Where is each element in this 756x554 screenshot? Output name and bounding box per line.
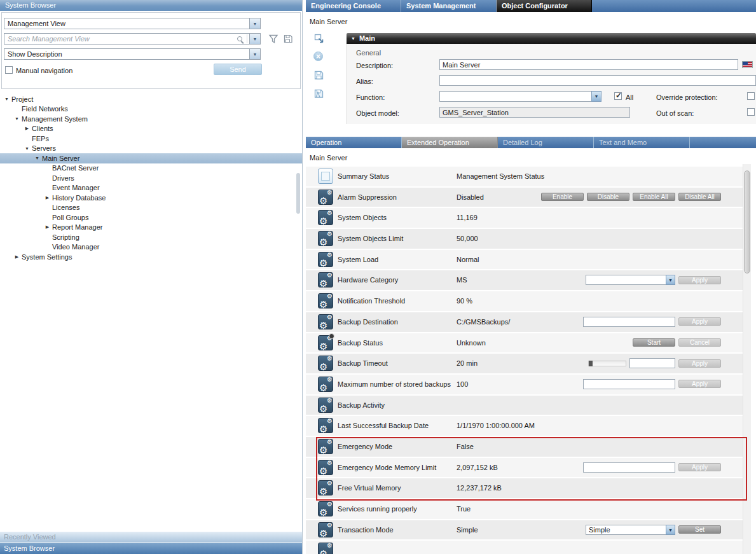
override-protection-checkbox[interactable]: [747, 92, 755, 100]
value-input[interactable]: [583, 379, 675, 389]
start-button[interactable]: Start: [633, 338, 675, 347]
cancel-button[interactable]: Cancel: [678, 338, 721, 347]
tab-text-and-memo[interactable]: Text and Memo: [594, 137, 690, 148]
tree-item-management-system[interactable]: ▼Management System: [0, 114, 302, 124]
chevron-collapsed-icon[interactable]: ▶: [43, 195, 52, 200]
chevron-down-icon[interactable]: ▼: [250, 33, 261, 45]
value-input[interactable]: [583, 317, 675, 327]
gears-icon[interactable]: ⚙⚙: [318, 543, 333, 554]
slider-thumb[interactable]: [589, 361, 593, 366]
apply-button[interactable]: Apply: [678, 463, 721, 471]
value-input[interactable]: [629, 358, 675, 368]
tree-item-system-settings[interactable]: ▶System Settings: [0, 252, 302, 262]
tab-object-configurator[interactable]: Object Configurator: [497, 0, 592, 12]
chevron-down-icon[interactable]: ▼: [250, 48, 261, 60]
scrollbar-thumb[interactable]: [744, 170, 750, 274]
chevron-collapsed-icon[interactable]: ▶: [13, 254, 21, 260]
save-search-button[interactable]: [283, 34, 293, 44]
gears-icon[interactable]: ⚙⚙: [318, 314, 333, 329]
tree-item-scripting[interactable]: Scripting: [0, 232, 302, 242]
description-field[interactable]: [439, 59, 738, 70]
tab-system-management[interactable]: System Management: [401, 0, 497, 12]
save-button[interactable]: [313, 70, 325, 81]
gears-icon[interactable]: ⚙⚙: [318, 210, 333, 225]
gears-icon[interactable]: ⚙⚙: [318, 460, 333, 475]
tree-item-history-database[interactable]: ▶History Database: [0, 193, 302, 203]
tree-item-licenses[interactable]: Licenses: [0, 203, 302, 213]
slider[interactable]: [588, 361, 626, 366]
tree-item-feps[interactable]: FEPs: [0, 134, 302, 144]
tree-item-project[interactable]: ▼Project: [0, 94, 302, 104]
chevron-down-icon[interactable]: ▼: [250, 18, 261, 29]
disable-button[interactable]: Disable: [587, 193, 629, 201]
tree-item-field-networks[interactable]: Field Networks: [0, 104, 302, 114]
gears-icon[interactable]: ⚙⚙: [318, 439, 333, 454]
chevron-expanded-icon[interactable]: ▼: [3, 97, 11, 101]
summary-status-icon[interactable]: [318, 169, 333, 184]
apply-button[interactable]: Apply: [678, 276, 721, 284]
chevron-down-icon[interactable]: ▼: [591, 91, 601, 102]
chevron-collapsed-icon[interactable]: ▶: [43, 225, 52, 230]
gears-icon[interactable]: ⚙⚙: [318, 398, 333, 413]
out-of-scan-checkbox[interactable]: [747, 108, 755, 116]
filter-button[interactable]: [268, 34, 278, 44]
view-select[interactable]: [4, 18, 250, 29]
disable-all-button[interactable]: Disable All: [678, 193, 721, 201]
all-checkbox[interactable]: [614, 92, 622, 100]
function-field[interactable]: [439, 91, 592, 102]
tree-scrollbar-thumb[interactable]: [296, 173, 300, 214]
tree-item-report-manager[interactable]: ▶Report Manager: [0, 223, 302, 233]
tree-item-servers[interactable]: ▼Servers: [0, 144, 302, 154]
recently-viewed-bar[interactable]: Recently Viewed: [0, 532, 302, 543]
apply-button[interactable]: Apply: [678, 317, 721, 326]
gears-icon[interactable]: ⚙⚙: [318, 272, 333, 287]
tree-item-bacnet-server[interactable]: BACnet Server: [0, 163, 302, 174]
gears-icon[interactable]: ⚙⚙: [318, 501, 333, 516]
apply-button[interactable]: Apply: [678, 359, 721, 368]
gears-icon[interactable]: ⚙⚙: [318, 418, 333, 433]
main-section-header[interactable]: ▼Main: [347, 33, 756, 44]
gears-icon[interactable]: ⚙⚙: [318, 335, 333, 350]
tab-operation[interactable]: Operation: [306, 137, 402, 148]
description-select[interactable]: [4, 48, 250, 60]
tree-item-clients[interactable]: ▶Clients: [0, 124, 302, 134]
enable-button[interactable]: Enable: [541, 193, 584, 201]
gears-icon[interactable]: ⚙⚙: [318, 377, 333, 392]
value-input[interactable]: [583, 462, 675, 473]
tree-item-drivers[interactable]: Drivers: [0, 173, 302, 183]
chevron-down-icon[interactable]: ▼: [666, 275, 675, 285]
chevron-collapsed-icon[interactable]: ▶: [23, 126, 31, 131]
object-model-field[interactable]: [439, 107, 630, 118]
tree-item-event-manager[interactable]: Event Manager: [0, 183, 302, 193]
manual-navigation-checkbox[interactable]: [5, 66, 13, 74]
search-input[interactable]: [4, 33, 250, 45]
assign-button[interactable]: [313, 33, 325, 45]
tab-extended-operation[interactable]: Extended Operation: [402, 137, 498, 148]
scrollbar[interactable]: [743, 164, 751, 554]
chevron-expanded-icon[interactable]: ▼: [23, 146, 31, 151]
gears-icon[interactable]: ⚙⚙: [318, 522, 333, 537]
send-button[interactable]: Send: [214, 64, 262, 75]
chevron-down-icon[interactable]: ▼: [666, 525, 675, 535]
chevron-expanded-icon[interactable]: ▼: [33, 156, 41, 160]
discard-button[interactable]: ×: [313, 52, 325, 63]
dropdown-value[interactable]: Simple: [586, 525, 666, 535]
chevron-expanded-icon[interactable]: ▼: [13, 116, 21, 121]
tree-item-video-manager[interactable]: Video Manager: [0, 242, 302, 253]
gears-icon[interactable]: ⚙⚙: [318, 356, 333, 371]
alias-field[interactable]: [439, 75, 756, 86]
gears-icon[interactable]: ⚙⚙: [318, 190, 333, 205]
gears-icon[interactable]: ⚙⚙: [318, 480, 333, 495]
apply-button[interactable]: Apply: [678, 380, 721, 388]
tab-detailed-log[interactable]: Detailed Log: [498, 137, 594, 148]
set-button[interactable]: Set: [678, 525, 721, 534]
tab-engineering-console[interactable]: Engineering Console: [306, 0, 401, 12]
tree-item-poll-groups[interactable]: Poll Groups: [0, 212, 302, 223]
dropdown-value[interactable]: [586, 275, 666, 285]
gears-icon[interactable]: ⚙⚙: [318, 252, 333, 267]
gears-icon[interactable]: ⚙⚙: [318, 231, 333, 246]
system-browser-bar[interactable]: System Browser: [0, 543, 302, 554]
gears-icon[interactable]: ⚙⚙: [318, 293, 333, 308]
enable-all-button[interactable]: Enable All: [633, 193, 675, 201]
tree-item-main-server[interactable]: ▼Main Server: [0, 153, 302, 163]
